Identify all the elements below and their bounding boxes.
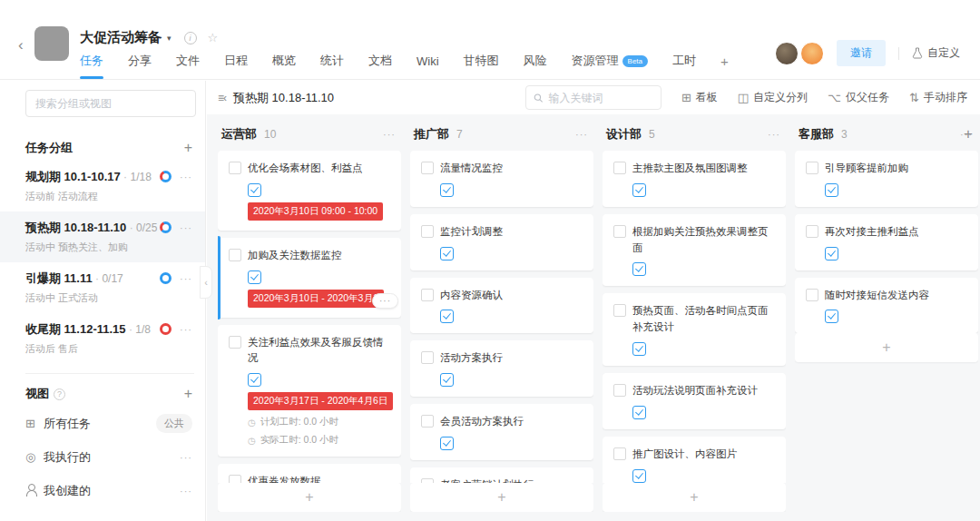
task-card[interactable]: 关注利益点效果及客服反馈情况 2020年3月17日 - 2020年4月6日◷计划… bbox=[218, 325, 401, 457]
task-card[interactable]: 随时对接短信发送内容 bbox=[795, 278, 978, 334]
tab-wiki[interactable]: Wiki bbox=[416, 54, 439, 78]
task-checkbox[interactable] bbox=[229, 475, 241, 483]
sidebar-group-preheat[interactable]: 预热期 10.18-11.100/25 活动中 预热关注、加购 ··· bbox=[0, 211, 205, 262]
task-checkbox[interactable] bbox=[421, 289, 434, 301]
task-card[interactable]: 优惠券发放数据 2020年3月5日 - 2020年3月9日 bbox=[218, 464, 401, 483]
task-checkbox[interactable] bbox=[806, 225, 818, 238]
task-card[interactable]: 预热页面、活动各时间点页面补充设计 bbox=[603, 293, 786, 366]
more-icon[interactable]: ··· bbox=[180, 273, 192, 284]
tab-overview[interactable]: 概览 bbox=[272, 53, 296, 79]
invite-button[interactable]: 邀请 bbox=[837, 40, 886, 66]
task-card[interactable]: 根据加购关注预热效果调整页面 bbox=[603, 214, 786, 287]
column-cards: 流量情况监控 监控计划调整 内容资源确认 活动方案执行 会员活动方案执行 老客户… bbox=[410, 151, 593, 483]
member-avatar[interactable] bbox=[800, 42, 824, 65]
tab-docs[interactable]: 文档 bbox=[368, 53, 392, 79]
more-icon[interactable]: ··· bbox=[180, 486, 192, 496]
tab-worktime[interactable]: 工时 bbox=[672, 53, 696, 79]
task-card[interactable]: 引导顾客提前加购 bbox=[795, 151, 978, 207]
task-card[interactable]: 活动玩法说明页面补充设计 bbox=[603, 373, 786, 429]
member-avatar[interactable] bbox=[775, 42, 799, 65]
add-card-button[interactable]: + bbox=[795, 333, 978, 362]
task-title: 推广图设计、内容图片 bbox=[632, 447, 737, 463]
add-view-button[interactable]: + bbox=[184, 386, 192, 402]
back-icon[interactable]: ‹ bbox=[18, 36, 24, 54]
more-icon[interactable]: ··· bbox=[180, 452, 192, 463]
tab-add-button[interactable]: + bbox=[720, 54, 729, 79]
search-icon bbox=[534, 93, 544, 103]
task-checkbox[interactable] bbox=[421, 162, 434, 174]
help-icon[interactable]: ? bbox=[54, 388, 65, 400]
tab-schedule[interactable]: 日程 bbox=[224, 53, 248, 79]
tab-stats[interactable]: 统计 bbox=[320, 53, 344, 79]
task-checkbox[interactable] bbox=[613, 447, 626, 460]
tab-resource[interactable]: 资源管理 Beta bbox=[572, 53, 648, 79]
task-checkbox[interactable] bbox=[229, 249, 241, 261]
parent-tasks-only-button[interactable]: ⌥ 仅父任务 bbox=[828, 90, 889, 105]
task-checkbox[interactable] bbox=[421, 225, 434, 238]
task-checkbox[interactable] bbox=[421, 415, 434, 428]
tab-files[interactable]: 文件 bbox=[176, 53, 200, 79]
column-more-button[interactable]: ··· bbox=[383, 129, 396, 140]
sidebar-group-burst[interactable]: 引爆期 11.110/17 活动中 正式活动 ··· bbox=[0, 262, 205, 313]
task-checkbox[interactable] bbox=[806, 289, 818, 301]
add-card-button[interactable]: + bbox=[410, 483, 593, 512]
view-all-tasks[interactable]: ⊞ 所有任务 公共 bbox=[25, 407, 194, 440]
customize-button[interactable]: 自定义 bbox=[912, 45, 960, 61]
add-group-button[interactable]: + bbox=[184, 140, 192, 156]
task-checkbox[interactable] bbox=[421, 351, 434, 364]
task-card[interactable]: 流量情况监控 bbox=[410, 151, 593, 207]
more-icon[interactable]: ··· bbox=[180, 172, 192, 182]
task-card[interactable]: 推广图设计、内容图片 bbox=[603, 437, 786, 483]
task-checkbox[interactable] bbox=[229, 336, 241, 349]
manual-sort-label: 手动排序 bbox=[924, 90, 967, 105]
task-card[interactable]: 主推款主图及氛围图调整 bbox=[603, 151, 786, 207]
add-card-button[interactable]: + bbox=[218, 483, 401, 512]
column-more-button[interactable]: ··· bbox=[768, 129, 780, 140]
task-card[interactable]: 活动方案执行 bbox=[410, 340, 593, 397]
add-column-button[interactable]: + bbox=[964, 125, 973, 143]
tab-risk[interactable]: 风险 bbox=[524, 53, 547, 79]
task-card[interactable]: 监控计划调整 bbox=[410, 214, 593, 270]
task-card[interactable]: 再次对接主推利益点 bbox=[795, 214, 978, 270]
task-checkbox[interactable] bbox=[421, 478, 434, 483]
card-more-button[interactable]: ··· bbox=[372, 293, 398, 309]
sidebar-collapse-handle[interactable]: ‹ bbox=[200, 266, 212, 299]
tab-gantt[interactable]: 甘特图 bbox=[464, 53, 499, 79]
column-more-button[interactable]: ··· bbox=[575, 129, 588, 140]
collapse-panel-icon[interactable]: ≡‹ bbox=[218, 92, 226, 104]
board-view-button[interactable]: ⊞ 看板 bbox=[681, 90, 718, 105]
task-title: 优惠券发放数据 bbox=[248, 474, 321, 483]
info-icon[interactable]: i bbox=[184, 32, 197, 44]
task-checkbox[interactable] bbox=[613, 162, 626, 174]
task-title: 随时对接短信发送内容 bbox=[825, 288, 929, 304]
tab-tasks[interactable]: 任务 bbox=[80, 53, 103, 79]
task-card[interactable]: 老客户营销计划执行 bbox=[410, 467, 593, 483]
task-title: 活动方案执行 bbox=[440, 350, 503, 367]
sidebar-group-wrapup[interactable]: 收尾期 11.12-11.151/8 活动后 售后 ··· bbox=[0, 313, 205, 364]
sidebar-search-input[interactable] bbox=[25, 90, 196, 117]
sidebar-group-planning[interactable]: 规划期 10.1-10.171/18 活动前 活动流程 ··· bbox=[0, 161, 205, 211]
custom-columns-button[interactable]: ◫ 自定义分列 bbox=[738, 90, 808, 105]
manual-sort-button[interactable]: ⇅ 手动排序 bbox=[909, 90, 967, 105]
view-created-by-me[interactable]: 我创建的 ··· bbox=[25, 474, 194, 507]
add-card-button[interactable]: + bbox=[603, 483, 786, 512]
chevron-down-icon[interactable]: ▾ bbox=[167, 34, 172, 43]
view-assigned-to-me[interactable]: ◎ 我执行的 ··· bbox=[25, 440, 194, 474]
task-card[interactable]: 加购及关注数据监控 2020年3月10日 - 2020年3月13 ··· bbox=[218, 238, 401, 318]
tab-share[interactable]: 分享 bbox=[128, 53, 152, 79]
task-meta bbox=[825, 183, 969, 197]
task-card[interactable]: 会员活动方案执行 bbox=[410, 404, 593, 460]
task-checkbox[interactable] bbox=[613, 384, 626, 397]
more-icon[interactable]: ··· bbox=[180, 222, 192, 233]
project-avatar[interactable] bbox=[34, 26, 69, 61]
task-card[interactable]: 优化会场素材图、利益点 2020年3月10日 09:00 - 10:00 bbox=[218, 151, 401, 231]
keyword-search-input[interactable] bbox=[548, 92, 653, 104]
header: ‹ 大促活动筹备 ▾ i ☆ 任务 分享 文件 日程 概览 统计 文档 Wiki… bbox=[0, 0, 980, 80]
star-icon[interactable]: ☆ bbox=[208, 31, 219, 44]
task-checkbox[interactable] bbox=[613, 304, 626, 317]
more-icon[interactable]: ··· bbox=[180, 324, 192, 335]
task-checkbox[interactable] bbox=[806, 162, 818, 174]
task-card[interactable]: 内容资源确认 bbox=[410, 278, 593, 334]
task-checkbox[interactable] bbox=[229, 162, 241, 174]
task-checkbox[interactable] bbox=[613, 225, 626, 238]
